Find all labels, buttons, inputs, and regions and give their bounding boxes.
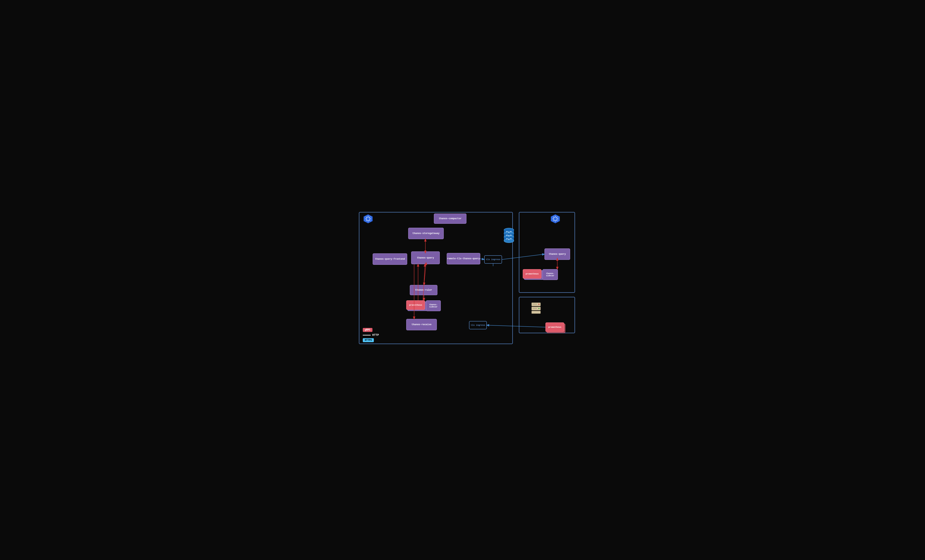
tls-ingress-left: tls ingress xyxy=(484,255,502,264)
k8s-logo-right xyxy=(550,214,560,224)
svg-point-33 xyxy=(506,238,508,239)
prometheus-main: prometheus xyxy=(406,300,425,310)
svg-point-35 xyxy=(510,238,511,239)
svg-marker-10 xyxy=(551,215,560,224)
thanos-query-frontend: thanos-query-frontend xyxy=(373,253,407,265)
svg-point-30 xyxy=(506,235,508,236)
thanos-query-main: thanos-query xyxy=(411,251,440,264)
thanos-receive: thanos-receive xyxy=(406,319,437,330)
svg-point-28 xyxy=(508,232,509,233)
svg-point-32 xyxy=(510,235,511,236)
tls-ingress-bottom: tls ingress xyxy=(469,321,487,329)
legend-grpc: gRPC xyxy=(363,328,379,332)
svg-point-29 xyxy=(510,231,511,232)
legend-https: HTTPS xyxy=(363,338,379,342)
https-badge: HTTPS xyxy=(363,338,374,342)
database-icon xyxy=(503,228,515,243)
svg-marker-0 xyxy=(364,215,373,224)
svg-point-34 xyxy=(508,239,509,240)
svg-point-37 xyxy=(538,304,539,305)
svg-rect-42 xyxy=(532,311,541,314)
svg-point-40 xyxy=(538,308,539,309)
grpc-badge: gRPC xyxy=(363,328,372,332)
legend: gRPC HTTP HTTPS xyxy=(363,328,379,342)
legend-http: HTTP xyxy=(363,333,379,336)
svg-point-31 xyxy=(508,235,509,236)
thanos-sidecar-main: thanos-sidecar xyxy=(426,300,441,311)
prometheus-right: prometheus xyxy=(523,269,541,279)
prometheus-bottom: prometheus xyxy=(545,323,564,332)
thanos-ruler: thanos-ruler xyxy=(410,285,437,295)
http-line xyxy=(363,335,371,335)
k8s-logo-main xyxy=(363,214,373,224)
thanos-storegateway: thanos-storegateway xyxy=(408,228,444,239)
svg-rect-41 xyxy=(533,308,537,309)
server-icon xyxy=(530,302,541,315)
svg-rect-38 xyxy=(533,304,537,305)
diagram-container: thanos-compactor thanos-storegateway tha… xyxy=(347,210,578,350)
thanos-sidecar-right: thanos-sidecar xyxy=(542,269,558,280)
remote-tls-thanos-query: remote-tls-thanos-query xyxy=(447,253,480,264)
thanos-compactor: thanos-compactor xyxy=(434,213,467,224)
svg-point-27 xyxy=(506,231,508,232)
thanos-query-right: thanos-query xyxy=(544,248,570,260)
